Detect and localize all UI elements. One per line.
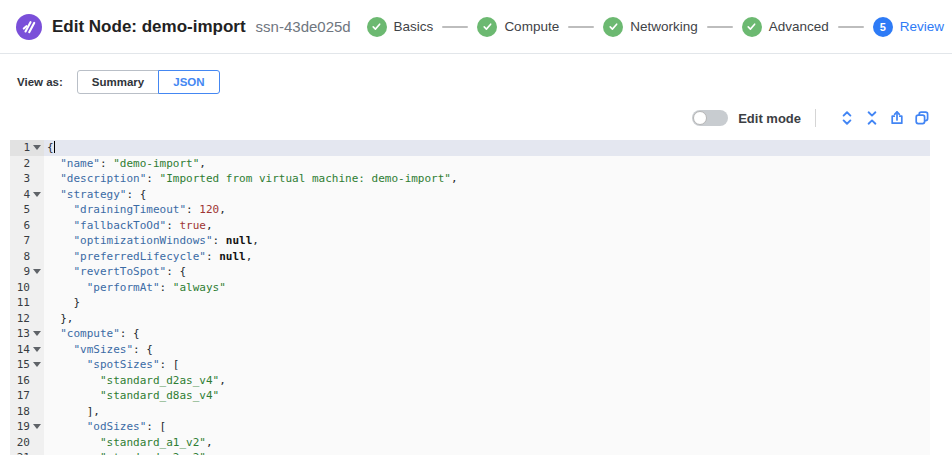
step-compute[interactable]: Compute xyxy=(477,17,559,37)
line-gutter: 5 xyxy=(10,202,44,218)
editor-line: 12 }, xyxy=(10,311,930,327)
code-line[interactable]: "revertToSpot": { xyxy=(44,264,930,280)
code-line[interactable]: ], xyxy=(44,404,930,420)
fold-arrow xyxy=(33,269,41,274)
line-number: 16 xyxy=(10,373,30,389)
line-number: 15 xyxy=(10,357,30,373)
step-label: Networking xyxy=(630,19,698,34)
line-number: 6 xyxy=(10,218,30,234)
code-line[interactable]: "performAt": "always" xyxy=(44,280,930,296)
line-gutter: 10 xyxy=(10,280,44,296)
line-number: 20 xyxy=(10,435,30,451)
view-as-segmented-control: SummaryJSON xyxy=(77,70,220,94)
line-number: 2 xyxy=(10,156,30,172)
text-cursor xyxy=(54,141,56,153)
editor-line: 1{ xyxy=(10,140,930,156)
editor-line: 6 "fallbackToOd": true, xyxy=(10,218,930,234)
fold-toggle-icon[interactable] xyxy=(30,424,44,429)
code-line[interactable]: "drainingTimeout": 120, xyxy=(44,202,930,218)
page-title: Edit Node: demo-import xyxy=(52,17,246,37)
fold-toggle-icon[interactable] xyxy=(30,145,44,150)
line-gutter: 1 xyxy=(10,140,44,156)
check-icon xyxy=(477,17,497,37)
line-number: 17 xyxy=(10,388,30,404)
fold-toggle-icon[interactable] xyxy=(30,269,44,274)
editor-line: 4 "strategy": { xyxy=(10,187,930,203)
step-connector xyxy=(707,26,733,28)
code-line[interactable]: "odSizes": [ xyxy=(44,419,930,435)
code-line[interactable]: "description": "Imported from virtual ma… xyxy=(44,171,930,187)
line-number: 21 xyxy=(10,450,30,455)
step-connector xyxy=(838,26,864,28)
fold-toggle-icon[interactable] xyxy=(30,347,44,352)
check-icon xyxy=(367,17,387,37)
json-editor[interactable]: 1{2 "name": "demo-import",3 "description… xyxy=(10,140,930,455)
editor-line: 20 "standard_a1_v2", xyxy=(10,435,930,451)
code-line[interactable]: } xyxy=(44,295,930,311)
line-gutter: 18 xyxy=(10,404,44,420)
code-line[interactable]: "fallbackToOd": true, xyxy=(44,218,930,234)
collapse-all-icon[interactable] xyxy=(864,110,880,126)
line-gutter: 19 xyxy=(10,419,44,435)
line-number: 14 xyxy=(10,342,30,358)
line-gutter: 21 xyxy=(10,450,44,455)
copy-icon[interactable] xyxy=(914,110,930,126)
view-as-summary-button[interactable]: Summary xyxy=(77,70,159,94)
editor-line: 18 ], xyxy=(10,404,930,420)
view-as-json-button[interactable]: JSON xyxy=(158,70,219,94)
code-line[interactable]: "standard_d2as_v4", xyxy=(44,373,930,389)
editor-line: 14 "vmSizes": { xyxy=(10,342,930,358)
line-gutter: 16 xyxy=(10,373,44,389)
view-as-label: View as: xyxy=(17,76,63,88)
line-number: 8 xyxy=(10,249,30,265)
fold-toggle-icon[interactable] xyxy=(30,192,44,197)
toolbar-divider xyxy=(815,109,816,127)
line-gutter: 13 xyxy=(10,326,44,342)
code-line[interactable]: "vmSizes": { xyxy=(44,342,930,358)
code-line[interactable]: "name": "demo-import", xyxy=(44,156,930,172)
edit-mode-toggle[interactable] xyxy=(692,110,728,126)
editor-toolbar: Edit mode xyxy=(0,106,930,130)
code-line[interactable]: "strategy": { xyxy=(44,187,930,203)
code-line[interactable]: "spotSizes": [ xyxy=(44,357,930,373)
line-gutter: 9 xyxy=(10,264,44,280)
line-gutter: 4 xyxy=(10,187,44,203)
expand-all-icon[interactable] xyxy=(839,110,855,126)
code-line[interactable]: "compute": { xyxy=(44,326,930,342)
editor-line: 7 "optimizationWindows": null, xyxy=(10,233,930,249)
code-line[interactable]: "standard_a2_v2" xyxy=(44,450,930,455)
code-line[interactable]: { xyxy=(44,140,930,156)
code-line[interactable]: }, xyxy=(44,311,930,327)
line-number: 18 xyxy=(10,404,30,420)
fold-arrow xyxy=(33,331,41,336)
fold-arrow xyxy=(33,347,41,352)
line-number: 12 xyxy=(10,311,30,327)
line-gutter: 12 xyxy=(10,311,44,327)
step-review[interactable]: 5Review xyxy=(873,17,944,37)
editor-line: 8 "preferredLifecycle": null, xyxy=(10,249,930,265)
fold-toggle-icon[interactable] xyxy=(30,331,44,336)
line-number: 5 xyxy=(10,202,30,218)
line-number: 7 xyxy=(10,233,30,249)
line-gutter: 14 xyxy=(10,342,44,358)
line-number: 19 xyxy=(10,419,30,435)
step-networking[interactable]: Networking xyxy=(603,17,698,37)
line-gutter: 2 xyxy=(10,156,44,172)
view-as-row: View as: SummaryJSON xyxy=(17,70,952,94)
line-gutter: 15 xyxy=(10,357,44,373)
line-gutter: 20 xyxy=(10,435,44,451)
code-line[interactable]: "standard_d8as_v4" xyxy=(44,388,930,404)
line-gutter: 7 xyxy=(10,233,44,249)
step-label: Basics xyxy=(394,19,434,34)
line-number: 3 xyxy=(10,171,30,187)
code-line[interactable]: "optimizationWindows": null, xyxy=(44,233,930,249)
step-advanced[interactable]: Advanced xyxy=(742,17,829,37)
code-line[interactable]: "preferredLifecycle": null, xyxy=(44,249,930,265)
editor-line: 3 "description": "Imported from virtual … xyxy=(10,171,930,187)
check-icon xyxy=(742,17,762,37)
editor-line: 11 } xyxy=(10,295,930,311)
fold-toggle-icon[interactable] xyxy=(30,362,44,367)
step-basics[interactable]: Basics xyxy=(367,17,434,37)
code-line[interactable]: "standard_a1_v2", xyxy=(44,435,930,451)
export-icon[interactable] xyxy=(889,110,905,126)
